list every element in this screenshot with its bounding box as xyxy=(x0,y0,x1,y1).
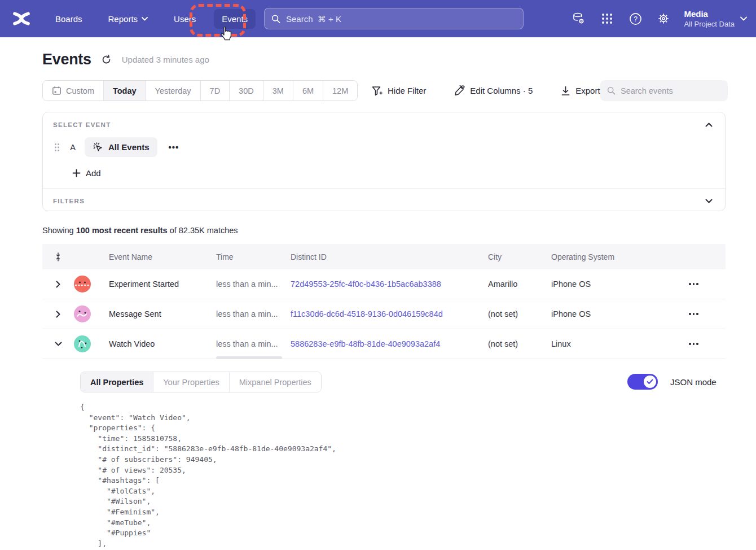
time-cell: less than a min... xyxy=(216,280,291,289)
date-option-label: 12M xyxy=(332,86,348,95)
avatar-cell xyxy=(74,305,109,322)
hide-filter-button[interactable]: Hide Filter xyxy=(364,86,434,96)
settings-button[interactable] xyxy=(652,7,675,30)
date-option-today[interactable]: Today xyxy=(104,81,146,101)
global-search[interactable] xyxy=(264,8,524,29)
expand-row-button[interactable] xyxy=(42,281,74,288)
col-event-name[interactable]: Event Name xyxy=(109,252,216,261)
nav-item-boards[interactable]: Boards xyxy=(47,9,90,29)
tab-your-properties[interactable]: Your Properties xyxy=(153,372,229,392)
help-button[interactable]: ? xyxy=(624,7,647,30)
avatar-cell xyxy=(74,335,109,352)
table-row-expanded[interactable]: Watch Video less than a min... 5886283e-… xyxy=(42,329,726,359)
os-cell: iPhone OS xyxy=(551,280,662,289)
page-title: Events xyxy=(42,51,91,68)
expand-filters-button[interactable] xyxy=(703,197,715,206)
nav-item-reports[interactable]: Reports xyxy=(100,9,156,29)
avatar xyxy=(74,276,91,293)
table-row[interactable]: Message Sent less than a min... f11c30d6… xyxy=(42,299,726,329)
distinct-id-link[interactable]: f11c30d6-dc6d-4518-9136-0d046159c84d xyxy=(291,309,488,318)
mixpanel-logo-icon xyxy=(12,11,30,27)
row-menu-button[interactable] xyxy=(662,339,726,348)
nav-item-users[interactable]: Users xyxy=(166,9,204,29)
export-button[interactable]: Export xyxy=(553,86,608,96)
date-option-6m[interactable]: 6M xyxy=(293,81,323,101)
row-menu-button[interactable] xyxy=(662,309,726,318)
col-distinct-id[interactable]: Distinct ID xyxy=(291,252,488,261)
chevron-down-icon xyxy=(142,17,148,21)
project-switcher[interactable]: Media All Project Data xyxy=(684,8,747,28)
collapse-row-button[interactable] xyxy=(42,342,74,346)
magic-cursor-icon xyxy=(93,142,103,152)
distinct-id-link[interactable]: 72d49553-25fc-4f0c-b436-1b5ac6ab3388 xyxy=(291,280,488,289)
expand-row-button[interactable] xyxy=(42,311,74,318)
page-header: Events Updated 3 minutes ago xyxy=(42,51,209,68)
check-icon xyxy=(647,379,653,385)
col-time[interactable]: Time xyxy=(216,252,291,261)
distinct-id-link[interactable]: 5886283e-e9fb-48fb-81de-40e9093a2af4 xyxy=(291,339,488,348)
date-option-3m[interactable]: 3M xyxy=(263,81,293,101)
pencil-icon xyxy=(454,85,465,96)
events-search[interactable] xyxy=(600,80,728,101)
data-management-button[interactable] xyxy=(568,7,590,30)
date-option-30d[interactable]: 30D xyxy=(230,81,263,101)
date-option-yesterday[interactable]: Yesterday xyxy=(146,81,201,101)
tab-all-properties[interactable]: All Properties xyxy=(81,372,153,392)
drag-handle-icon[interactable] xyxy=(53,141,61,154)
plus-icon xyxy=(72,169,81,177)
toggle-knob xyxy=(644,376,656,388)
properties-tabs: All Properties Your Properties Mixpanel … xyxy=(80,372,322,392)
json-mode-label: JSON mode xyxy=(670,377,717,387)
results-summary: Showing 100 most recent results of 82.35… xyxy=(42,226,238,235)
apps-grid-button[interactable] xyxy=(596,7,618,30)
table-toolbar: Hide Filter Edit Columns · 5 Export xyxy=(364,80,608,101)
filter-icon xyxy=(372,86,383,96)
filters-label: FILTERS xyxy=(53,198,85,204)
event-row-letter: A xyxy=(69,143,77,152)
help-icon: ? xyxy=(629,12,642,25)
global-search-input[interactable] xyxy=(286,14,516,24)
tab-mixpanel-properties[interactable]: Mixpanel Properties xyxy=(230,372,321,392)
event-name-cell: Experiment Started xyxy=(109,280,216,289)
horizontal-scrollbar-thumb[interactable] xyxy=(216,356,282,359)
database-gear-icon xyxy=(572,12,586,25)
edit-columns-button[interactable]: Edit Columns · 5 xyxy=(446,85,540,96)
refresh-button[interactable] xyxy=(100,54,113,66)
date-option-12m[interactable]: 12M xyxy=(323,81,357,101)
nav-item-events[interactable]: Events xyxy=(214,9,256,29)
edit-columns-label: Edit Columns · 5 xyxy=(470,86,533,95)
avatar xyxy=(74,335,91,352)
json-mode-control: JSON mode xyxy=(627,374,717,390)
event-row-menu-button[interactable]: ••• xyxy=(165,140,183,154)
time-cell: less than a min... xyxy=(216,339,291,348)
event-name-cell: Message Sent xyxy=(109,309,216,318)
add-event-button[interactable]: Add xyxy=(72,168,101,178)
grid-dots-icon xyxy=(601,12,613,25)
date-option-label: 7D xyxy=(210,86,221,95)
events-search-input[interactable] xyxy=(621,86,721,95)
chevron-right-icon xyxy=(56,311,60,318)
chevron-down-icon xyxy=(55,342,62,346)
table-header-row: Event Name Time Distinct ID City Operati… xyxy=(42,244,726,269)
mixpanel-logo[interactable] xyxy=(11,10,32,27)
row-menu-button[interactable] xyxy=(662,280,726,289)
date-option-7d[interactable]: 7D xyxy=(201,81,230,101)
col-os[interactable]: Operating System xyxy=(551,252,662,261)
table-row[interactable]: Experiment Started less than a min... 72… xyxy=(42,269,726,299)
export-label: Export xyxy=(575,86,600,95)
date-option-custom[interactable]: Custom xyxy=(43,81,104,101)
col-city[interactable]: City xyxy=(488,252,551,261)
os-cell: iPhone OS xyxy=(551,309,662,318)
city-cell: (not set) xyxy=(488,309,551,318)
expand-all-button[interactable] xyxy=(42,252,74,261)
date-option-label: 3M xyxy=(272,86,284,95)
collapse-section-button[interactable] xyxy=(703,120,715,129)
calendar-icon xyxy=(52,86,61,95)
chevron-down-icon xyxy=(705,199,713,203)
event-selector-button[interactable]: All Events xyxy=(85,137,157,157)
json-mode-toggle[interactable] xyxy=(627,374,658,390)
summary-suffix: of 82.35K matches xyxy=(168,226,238,235)
event-name-cell: Watch Video xyxy=(109,339,216,348)
events-table: Event Name Time Distinct ID City Operati… xyxy=(42,244,726,359)
chevron-right-icon xyxy=(56,281,60,288)
